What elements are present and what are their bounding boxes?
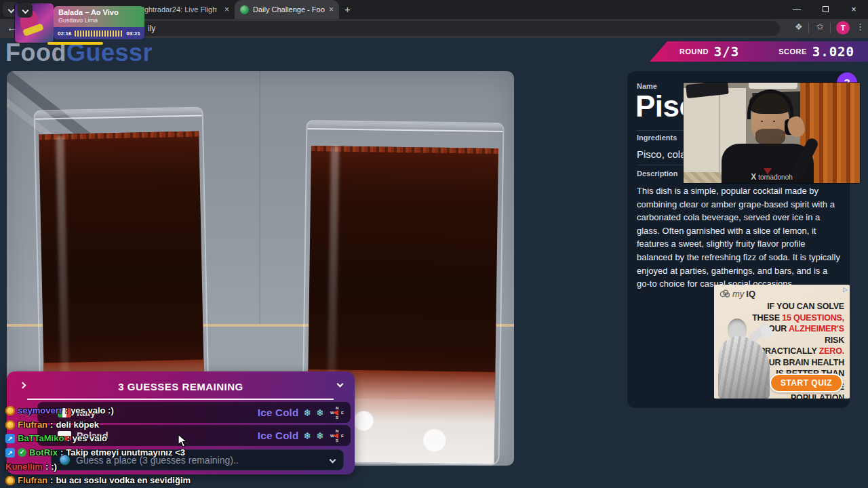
- chat-message: seymoverr : yes valo :): [5, 405, 114, 415]
- address-text: ily: [148, 24, 155, 33]
- chat-message: Kunellim : :): [5, 462, 57, 472]
- statue-image: [715, 317, 772, 399]
- chat-message: Flufran : deli köpek: [5, 420, 99, 430]
- ad-brand-iq: IQ: [746, 289, 755, 299]
- screen: lightradar24: Live Flight Tracke × Daily…: [0, 0, 868, 488]
- window-controls: — ×: [783, 0, 868, 19]
- statue-body: [718, 336, 770, 399]
- temperature-hint: Ice Cold: [258, 430, 299, 441]
- address-bar[interactable]: ily: [39, 21, 780, 36]
- toolbar-divider: [808, 22, 809, 33]
- track-timebar: 02:16 03:21: [54, 27, 144, 39]
- chat-message: Flufran : bu acı soslu vodka en sevidiği…: [5, 475, 191, 485]
- new-tab-button[interactable]: +: [344, 3, 351, 15]
- tab-title: lightradar24: Live Flight Tracke: [141, 5, 217, 14]
- chevron-down-icon: [22, 7, 28, 14]
- elapsed-time: 02:16: [58, 30, 71, 37]
- glass-rim: [35, 108, 202, 119]
- eye: [773, 121, 775, 122]
- chat-username[interactable]: BotRix: [29, 447, 58, 458]
- close-icon[interactable]: ×: [224, 5, 229, 14]
- chat-text: yes valo: [73, 433, 107, 443]
- collapse-chevron-down-icon[interactable]: [338, 377, 342, 389]
- maximize-button[interactable]: [811, 5, 840, 14]
- score-value: 3.020: [812, 44, 854, 59]
- toolbar-divider: [830, 22, 831, 33]
- minimize-button[interactable]: —: [783, 5, 811, 14]
- snowflake-icon: ❄: [316, 430, 324, 441]
- guess-panel-header[interactable]: 3 GUESSES REMAINING: [7, 377, 355, 396]
- direction-compass-icon: NESW: [330, 429, 344, 443]
- round-value: 3/3: [714, 44, 739, 59]
- direction-compass-icon: NESW: [330, 406, 344, 420]
- start-quiz-button[interactable]: START QUIZ: [770, 373, 843, 392]
- cola-bubbles: [311, 146, 499, 154]
- snowflake-icon: ❄: [304, 407, 312, 418]
- chat-username[interactable]: Kunellim: [5, 462, 43, 472]
- close-window-button[interactable]: ×: [840, 5, 868, 14]
- description-text: This dish is a simple, popular cocktail …: [637, 184, 842, 291]
- chat-username[interactable]: Flufran: [18, 475, 47, 485]
- chat-username[interactable]: Flufran: [18, 420, 47, 430]
- coin-badge-icon: [5, 476, 15, 485]
- chat-text: Takip etmeyi unutmayınız <3: [66, 447, 185, 458]
- extensions-icon[interactable]: ❖: [795, 22, 803, 32]
- x-logo-icon: X: [751, 172, 756, 182]
- total-time: 03:21: [127, 30, 140, 37]
- snowflake-icon: ❄: [304, 430, 312, 441]
- track-title: Balada – Ao Vivo: [58, 8, 140, 16]
- webcam-watermark: Xtornadonoh: [684, 172, 860, 182]
- header-divider: [27, 399, 334, 400]
- streamer-beard: [755, 129, 785, 146]
- share-badge-icon: ↗: [5, 448, 15, 458]
- chat-username[interactable]: BaTTaMiko: [18, 433, 64, 443]
- snowflake-icon: ❄: [316, 407, 324, 418]
- ad-brand-my: my: [732, 289, 744, 299]
- track-progress-bar[interactable]: [47, 42, 103, 45]
- chat-text: :): [51, 462, 57, 472]
- share-badge-icon: ↗: [5, 434, 15, 443]
- ad-banner[interactable]: myIQ ▷ IF YOU CAN SOLVE THESE 15 QUESTIO…: [714, 285, 850, 399]
- extension-star-icon[interactable]: ✩: [816, 22, 824, 32]
- ac-unit: [749, 83, 797, 89]
- audio-visualizer: [75, 30, 123, 37]
- chat-message: ↗ BaTTaMiko : yes valo: [5, 433, 107, 443]
- chat-text: yes valo :): [71, 405, 114, 415]
- brain-icon: [719, 289, 730, 298]
- track-card: Balada – Ao Vivo Gusttavo Lima: [54, 6, 144, 27]
- tab-flightradar[interactable]: lightradar24: Live Flight Tracke ×: [136, 0, 235, 19]
- ingredients-label: Ingredients: [637, 134, 677, 142]
- webcam-overlay: ✳ Xtornadonoh: [684, 83, 860, 183]
- chat-message: ↗ ✓ BotRix : Takip etmeyi unutmayınız <3: [5, 447, 185, 458]
- statue-arm: [748, 322, 772, 343]
- guesses-remaining-title: 3 GUESSES REMAINING: [7, 381, 355, 392]
- mouse-cursor: [178, 434, 189, 449]
- wall-seam: [259, 71, 260, 325]
- tab-title: Daily Challenge - FoodGuessr |: [253, 5, 325, 14]
- chat-username[interactable]: seymoverr: [18, 405, 62, 415]
- track-artist: Gusttavo Lima: [58, 17, 140, 24]
- round-score-banner: ROUND 3/3 SCORE 3.020: [650, 41, 868, 62]
- adchoices-icon[interactable]: ▷: [843, 286, 848, 293]
- tab-foodguessr[interactable]: Daily Challenge - FoodGuessr | ×: [235, 0, 339, 19]
- ad-brand: myIQ: [719, 289, 755, 299]
- coin-badge-icon: [5, 420, 15, 430]
- temperature-hint: Ice Cold: [258, 407, 299, 418]
- watermark-username: tornadonoh: [758, 174, 793, 181]
- glass-rim: [307, 121, 502, 132]
- chat-text: deli köpek: [56, 420, 99, 430]
- description-label: Description: [637, 169, 678, 178]
- chevron-down-icon: [7, 6, 14, 13]
- chevron-down-icon[interactable]: [330, 457, 336, 464]
- player-collapse-button[interactable]: [18, 3, 33, 18]
- kebab-menu-icon[interactable]: ⋮: [856, 22, 865, 32]
- round-label: ROUND: [679, 47, 709, 56]
- coin-badge-icon: [5, 406, 15, 415]
- close-icon[interactable]: ×: [329, 5, 334, 14]
- verified-badge-icon: ✓: [18, 448, 26, 457]
- maximize-icon: [823, 6, 829, 12]
- eye: [761, 121, 763, 122]
- score-label: SCORE: [778, 47, 807, 56]
- profile-avatar[interactable]: T: [836, 21, 850, 35]
- chat-text: bu acı soslu vodka en sevidiğim: [56, 475, 191, 485]
